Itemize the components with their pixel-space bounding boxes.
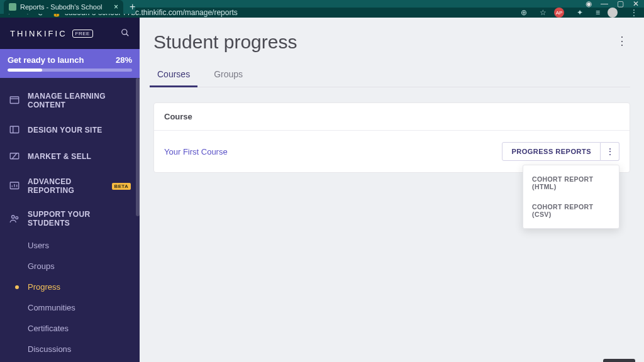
- svg-rect-2: [10, 97, 19, 104]
- help-button[interactable]: HELP: [603, 359, 635, 362]
- puzzle-icon[interactable]: ✦: [577, 8, 583, 17]
- svg-rect-3: [10, 126, 19, 133]
- design-icon: [9, 124, 20, 136]
- nav-design-your-site[interactable]: DESIGN YOUR SITE: [0, 117, 140, 143]
- nav-manage-learning-content[interactable]: MANAGE LEARNING CONTENT: [0, 84, 140, 117]
- reporting-icon: [9, 180, 20, 192]
- tab-groups[interactable]: Groups: [210, 64, 247, 87]
- subnav-communities[interactable]: Communities: [0, 297, 140, 318]
- nav-support-your-students[interactable]: SUPPORT YOUR STUDENTS: [0, 202, 140, 235]
- subnav-groups[interactable]: Groups: [0, 256, 140, 277]
- row-dropdown: COHORT REPORT (HTML) COHORT REPORT (CSV): [523, 165, 619, 229]
- subnav-reviews[interactable]: Reviews: [0, 359, 140, 362]
- dropdown-cohort-html[interactable]: COHORT REPORT (HTML): [523, 169, 619, 197]
- free-badge: FREE: [72, 30, 93, 38]
- browser-menu-icon[interactable]: ⋮: [630, 8, 638, 17]
- minimize-icon[interactable]: —: [601, 0, 608, 8]
- tab-courses[interactable]: Courses: [153, 64, 194, 87]
- subnav-discussions[interactable]: Discussions: [0, 339, 140, 359]
- star-icon[interactable]: ☆: [540, 8, 547, 17]
- subnav-users[interactable]: Users: [0, 235, 140, 256]
- nav-label: ADVANCED REPORTING: [28, 177, 103, 195]
- dropdown-cohort-csv[interactable]: COHORT REPORT (CSV): [523, 197, 619, 224]
- maximize-icon[interactable]: ▢: [617, 0, 624, 8]
- progress-reports-button[interactable]: PROGRESS REPORTS: [502, 142, 601, 161]
- course-link[interactable]: Your First Course: [164, 147, 228, 156]
- content-icon: [9, 95, 20, 106]
- record-icon: ◉: [586, 0, 592, 8]
- nav-market-and-sell[interactable]: MARKET & SELL: [0, 143, 140, 170]
- nav-label: MARKET & SELL: [28, 152, 91, 161]
- playlist-icon[interactable]: ≡: [596, 8, 600, 17]
- tab-title: Reports - Subodh's School: [20, 3, 110, 11]
- subnav-certificates[interactable]: Certificates: [0, 318, 140, 339]
- sidebar: THINKIFIC FREE Get ready to launch 28% M…: [0, 18, 140, 362]
- launch-progress: [8, 69, 132, 72]
- svg-line-1: [126, 33, 129, 36]
- zoom-icon[interactable]: ⊕: [521, 8, 527, 17]
- table-header-course: Course: [154, 103, 630, 131]
- nav-label: MANAGE LEARNING CONTENT: [28, 92, 131, 109]
- new-tab-button[interactable]: +: [130, 0, 135, 14]
- nav-advanced-reporting[interactable]: ADVANCED REPORTING BETA: [0, 170, 140, 202]
- launch-percent: 28%: [116, 55, 132, 65]
- launch-banner[interactable]: Get ready to launch 28%: [0, 49, 140, 78]
- brand-bar: THINKIFIC FREE: [0, 18, 140, 49]
- favicon-icon: [9, 3, 16, 11]
- brand-logo: THINKIFIC: [10, 29, 67, 38]
- main-content: Student progress ⋮ Courses Groups Course…: [140, 18, 644, 362]
- market-icon: [9, 151, 20, 162]
- avatar[interactable]: [608, 8, 618, 18]
- browser-tab[interactable]: Reports - Subodh's School ×: [4, 0, 123, 14]
- page-title: Student progress: [153, 31, 297, 53]
- page-menu-icon[interactable]: ⋮: [614, 31, 630, 50]
- extension-icon[interactable]: AP: [554, 8, 564, 18]
- row-menu-button[interactable]: ⋮: [601, 142, 619, 161]
- nav-label: SUPPORT YOUR STUDENTS: [28, 210, 131, 228]
- support-icon: [9, 213, 20, 224]
- close-window-icon[interactable]: ✕: [633, 0, 639, 8]
- nav-label: DESIGN YOUR SITE: [28, 126, 103, 134]
- search-icon[interactable]: [121, 28, 130, 39]
- svg-point-6: [12, 216, 15, 219]
- close-icon[interactable]: ×: [114, 3, 118, 11]
- tabs: Courses Groups: [153, 64, 630, 87]
- subnav-progress[interactable]: Progress: [0, 277, 140, 297]
- beta-badge: BETA: [112, 183, 131, 190]
- svg-point-7: [16, 217, 18, 219]
- course-table: Course Your First Course PROGRESS REPORT…: [153, 102, 630, 173]
- svg-point-0: [122, 29, 127, 34]
- table-row: Your First Course PROGRESS REPORTS ⋮ COH…: [154, 131, 630, 172]
- launch-label: Get ready to launch: [8, 55, 84, 65]
